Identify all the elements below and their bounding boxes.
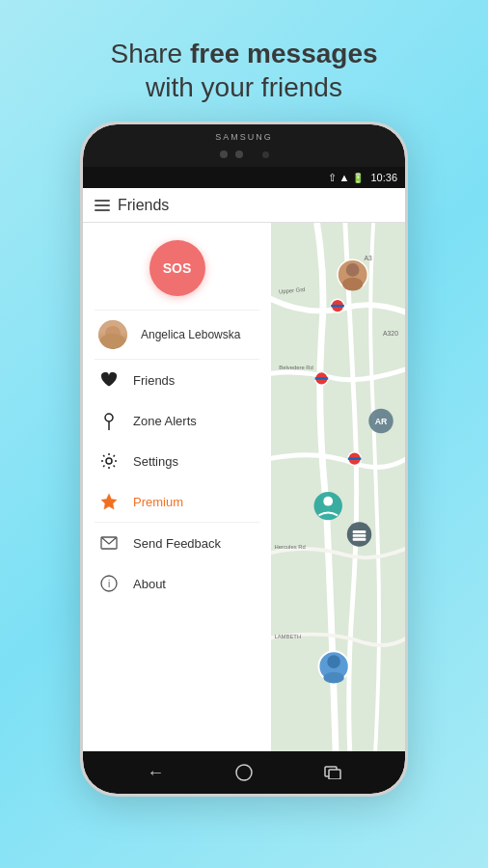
svg-text:i: i — [108, 579, 110, 589]
hamburger-icon[interactable] — [95, 200, 110, 211]
svg-text:A3: A3 — [364, 255, 372, 261]
home-button[interactable] — [234, 763, 254, 782]
back-button[interactable]: ← — [147, 763, 164, 783]
svg-text:Belvedere Rd: Belvedere Rd — [279, 365, 313, 370]
svg-rect-21 — [353, 538, 366, 541]
map-area: AR — [271, 223, 405, 751]
svg-point-17 — [323, 497, 333, 506]
speaker-dot-1 — [220, 150, 228, 158]
settings-label: Settings — [133, 454, 178, 469]
about-label: About — [133, 577, 166, 591]
headline-bold: free messages — [190, 39, 378, 68]
clock: 10:36 — [370, 172, 397, 183]
svg-text:Hercules Rd: Hercules Rd — [274, 544, 305, 550]
svg-marker-3 — [101, 494, 117, 509]
svg-point-0 — [105, 414, 113, 421]
signal-icon: ▲ — [339, 172, 350, 183]
phone-bottom-bezel: ← — [83, 751, 405, 794]
svg-point-2 — [106, 458, 112, 464]
drawer-item-about[interactable]: i About — [83, 563, 271, 604]
svg-point-26 — [327, 655, 340, 668]
app-bar-title: Friends — [118, 197, 169, 214]
star-icon — [98, 491, 120, 512]
screen: Friends SOS Angelica Lebowska — [83, 188, 405, 751]
svg-rect-34 — [236, 765, 252, 780]
svg-text:AR: AR — [375, 417, 388, 426]
samsung-brand: SAMSUNG — [215, 132, 273, 142]
drawer-item-user[interactable]: Angelica Lebowska — [83, 311, 271, 359]
headline-text-2: with your friends — [146, 72, 342, 102]
drawer-item-feedback[interactable]: Send Feedback — [83, 523, 271, 563]
headline-text-1: Share — [110, 39, 190, 68]
friends-label: Friends — [133, 373, 175, 388]
svg-text:LAMBETH: LAMBETH — [274, 634, 301, 639]
front-camera — [262, 151, 269, 158]
app-bar: Friends — [83, 188, 405, 223]
feedback-icon — [98, 532, 120, 554]
drawer-item-friends[interactable]: Friends — [83, 360, 271, 400]
svg-rect-19 — [353, 530, 366, 533]
avatar — [98, 320, 127, 349]
phone-shell: SAMSUNG ⇧ ▲ 🔋 10:36 Friends — [80, 122, 408, 797]
drawer-item-settings[interactable]: Settings — [83, 441, 271, 481]
feedback-label: Send Feedback — [133, 536, 221, 551]
gear-icon — [98, 450, 120, 472]
svg-rect-36 — [329, 770, 340, 779]
main-area: SOS Angelica Lebowska F — [83, 223, 405, 751]
svg-point-23 — [346, 263, 360, 277]
premium-label: Premium — [133, 495, 183, 509]
sos-button[interactable]: SOS — [149, 240, 205, 296]
battery-icon: 🔋 — [352, 173, 364, 183]
svg-text:A320: A320 — [383, 330, 398, 337]
recent-apps-button[interactable] — [324, 766, 341, 779]
pin-icon — [98, 410, 120, 431]
heart-icon — [98, 369, 120, 391]
sos-container: SOS — [83, 223, 271, 310]
phone-top-bezel: SAMSUNG — [83, 124, 405, 167]
status-bar: ⇧ ▲ 🔋 10:36 — [83, 167, 405, 188]
drawer: SOS Angelica Lebowska F — [83, 223, 271, 751]
sos-label: SOS — [163, 260, 192, 276]
zone-alerts-label: Zone Alerts — [133, 414, 197, 428]
svg-point-24 — [342, 278, 364, 291]
info-icon: i — [98, 573, 120, 594]
svg-point-27 — [323, 672, 344, 684]
drawer-item-premium[interactable]: Premium — [83, 481, 271, 522]
drawer-item-zone-alerts[interactable]: Zone Alerts — [83, 400, 271, 441]
map-svg: AR — [271, 223, 405, 751]
headline: Share free messages with your friends — [110, 37, 377, 104]
speaker-dot-2 — [235, 150, 243, 158]
wifi-icon: ⇧ — [328, 172, 337, 184]
drawer-user-label: Angelica Lebowska — [141, 328, 240, 341]
svg-rect-20 — [353, 534, 366, 537]
